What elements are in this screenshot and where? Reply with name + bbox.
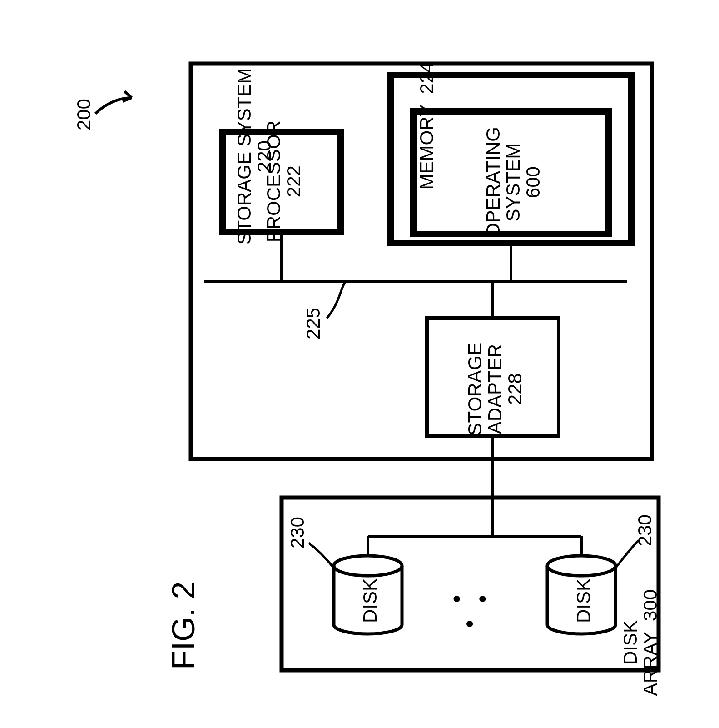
left-disk-label: DISK	[360, 573, 380, 628]
os-label-line1: OPERATING	[482, 127, 504, 238]
right-disk-label: DISK	[574, 573, 594, 628]
disk-array-label: DISK ARRAY	[620, 620, 661, 696]
storage-system-label: STORAGE SYSTEM	[233, 68, 255, 245]
diagram-page: 200 STORAGE SYSTEM 220 PROCESSOR 222 MEM…	[0, 0, 719, 728]
os-label-line2: SYSTEM	[502, 143, 524, 222]
os-label-block: OPERATING SYSTEM 600	[483, 123, 543, 241]
processor-label-block: PROCESSOR 222	[264, 118, 304, 245]
svg-point-3	[547, 556, 615, 576]
figure-ref: 200	[74, 92, 94, 137]
leftdisk-ref-leader	[309, 543, 334, 568]
disk-array-ref: 300	[640, 589, 661, 621]
disk-ellipsis: • • •	[441, 586, 504, 636]
processor-label: PROCESSOR	[263, 120, 284, 242]
figure-ref-arrow	[95, 91, 132, 114]
adapter-label-line1: STORAGE	[464, 343, 486, 436]
disk-array-title: DISK ARRAY 300	[620, 565, 660, 720]
processor-ref: 222	[283, 165, 304, 197]
figure-caption: FIG. 2	[167, 567, 201, 685]
adapter-ref: 228	[504, 373, 526, 405]
adapter-label-block: STORAGE ADAPTER 228	[465, 330, 525, 448]
right-disk-ref: 230	[635, 508, 655, 553]
left-disk-ref: 230	[288, 510, 307, 555]
adapter-label-line2: ADAPTER	[484, 344, 506, 434]
memory-label-block: MEMORY 224	[417, 58, 437, 194]
memory-ref: 224	[416, 62, 437, 94]
svg-point-1	[334, 556, 402, 576]
bus-ref-leader	[327, 282, 345, 318]
bus-ref: 225	[303, 301, 323, 346]
os-ref: 600	[522, 166, 544, 198]
memory-label: MEMORY	[416, 105, 437, 189]
